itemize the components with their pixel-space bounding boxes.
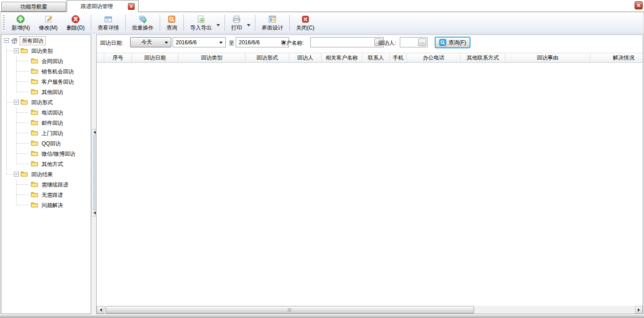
collapse-toggle-icon[interactable] [14, 48, 19, 53]
tree-item-phone-visit[interactable]: 电话回访 [1, 107, 91, 118]
window-edge-bottom [0, 314, 644, 318]
folder-icon [31, 191, 38, 199]
tree-item-other-visit[interactable]: 其他回访 [1, 87, 91, 97]
column-header-visit-type[interactable]: 回访类型 [178, 53, 246, 62]
folder-icon [31, 181, 38, 188]
search-button[interactable]: 查询(F) [435, 37, 470, 48]
arrow-right-icon [638, 308, 642, 312]
tree-stub [17, 133, 29, 133]
grid-header: 序号 回访日期 回访类型 回访形式 回访人 相关客户名称 联系人 手机 办公电话… [97, 53, 643, 63]
scrollbar-track[interactable] [104, 306, 635, 314]
visitor-lookup-button[interactable]: … [418, 38, 426, 46]
ui-design-button[interactable]: 界面设计 [257, 13, 288, 32]
tree-item-sales-opportunity-visit[interactable]: 销售机会回访 [1, 66, 91, 76]
column-header-mobile[interactable]: 手机 [390, 53, 407, 62]
collapse-toggle-icon[interactable] [14, 100, 19, 105]
column-header-customer-name[interactable]: 相关客户名称 [322, 53, 362, 62]
folder-icon [31, 130, 38, 137]
add-button-label: 新增(N) [12, 25, 30, 31]
import-export-button[interactable]: 导入导出 [186, 13, 216, 32]
tree-group-label: 回访类别 [30, 47, 55, 55]
tree-group-visit-result[interactable]: 回访结果 [1, 169, 91, 179]
toolbar-grip[interactable] [3, 15, 4, 30]
tree-item-contract-visit[interactable]: 合同回访 [1, 56, 91, 66]
date-preset-select[interactable]: 今天 [130, 37, 171, 47]
delete-button[interactable]: 删除(D) [62, 13, 89, 32]
date-from-select[interactable]: 2016/6/6 [173, 37, 226, 47]
tree-stub [17, 71, 29, 72]
tree-group-visit-category[interactable]: 回访类别 [1, 46, 91, 56]
edit-button[interactable]: 修改(M) [34, 13, 62, 32]
tree-item-customer-service-visit[interactable]: 客户服务回访 [1, 76, 91, 87]
scroll-left-button[interactable] [97, 306, 104, 314]
tab-function-nav[interactable]: 功能导航窗 [1, 2, 66, 12]
tree-stub [7, 102, 14, 102]
column-header-visit-form[interactable]: 回访形式 [246, 53, 289, 62]
splitter-dots [93, 135, 94, 210]
close-button-label: 关闭(C) [296, 25, 314, 31]
print-button[interactable]: 打印 [227, 13, 246, 32]
batch-operation-button[interactable]: 批量操作 [127, 13, 158, 32]
add-button[interactable]: 新增(N) [7, 13, 34, 32]
tree-stub [17, 81, 29, 82]
tree-item-email-visit[interactable]: 邮件回访 [1, 118, 91, 128]
import-export-dropdown[interactable] [216, 13, 223, 32]
to-label: 至 [229, 40, 234, 46]
folder-icon [31, 119, 38, 127]
horizontal-scrollbar[interactable] [97, 306, 643, 314]
collapse-toggle-icon[interactable] [4, 38, 9, 43]
search-icon [439, 39, 446, 46]
tree-group-visit-form[interactable]: 回访形式 [1, 97, 91, 107]
tree-group-label: 回访形式 [30, 98, 55, 106]
print-dropdown[interactable] [246, 13, 253, 32]
customer-name-field-wrap: … [310, 37, 384, 47]
tree-item-label: 其他回访 [40, 88, 65, 96]
tree-item-wechat-weibo-visit[interactable]: 微信/微博回访 [1, 148, 91, 159]
view-details-button[interactable]: 查看详情 [93, 13, 123, 32]
tab-followup-visit-management[interactable]: 跟进回访管理 [67, 0, 139, 12]
column-header-visit-reason[interactable]: 回访事由 [505, 53, 590, 62]
tab-function-nav-label: 功能导航窗 [21, 3, 47, 11]
splitter-collapse-bar[interactable] [92, 129, 96, 216]
window-edge-left [0, 12, 1, 314]
column-header-office-phone[interactable]: 办公电话 [407, 53, 461, 62]
column-header-visit-date[interactable]: 回访日期 [132, 53, 178, 62]
tree-item-qq-visit[interactable]: QQ回访 [1, 138, 91, 148]
column-header-solve-status[interactable]: 解决情况 [590, 53, 643, 62]
column-header-other-contact[interactable]: 其他联系方式 [461, 53, 505, 62]
column-header-contact[interactable]: 联系人 [362, 53, 390, 62]
folder-icon [31, 140, 38, 147]
ui-design-button-label: 界面设计 [262, 25, 283, 31]
tree-root-all-visits[interactable]: 所有回访 [1, 35, 91, 46]
delete-button-label: 删除(D) [67, 25, 85, 31]
panel-splitter[interactable] [91, 34, 96, 314]
tree-item-no-followup[interactable]: 无需跟进 [1, 190, 91, 200]
window-close-icon[interactable] [635, 1, 643, 9]
column-header-visitor[interactable]: 回访人 [289, 53, 322, 62]
close-button[interactable]: 关闭(C) [292, 13, 319, 32]
customer-name-label: 客户名称: [281, 40, 304, 46]
chevron-down-icon [216, 24, 220, 28]
visitor-input[interactable] [401, 38, 417, 46]
tree-group-label: 回访结果 [30, 170, 55, 178]
toolbar-separator [183, 15, 184, 31]
folder-icon [31, 202, 38, 209]
search-button-label: 查询(F) [449, 39, 466, 47]
tree-stub [17, 143, 29, 144]
toolbar-separator [289, 15, 290, 31]
tab-close-icon[interactable] [128, 3, 135, 10]
scroll-right-button[interactable] [635, 306, 643, 314]
customer-name-input[interactable] [312, 38, 373, 46]
tree-item-problem-solved[interactable]: 问题解决 [1, 200, 91, 210]
tree-root-label: 所有回访 [20, 36, 46, 45]
column-header-seq[interactable]: 序号 [104, 53, 132, 62]
tree-stub [17, 92, 29, 92]
toolbar-separator [125, 15, 126, 31]
tree-item-other-method[interactable]: 其他方式 [1, 159, 91, 169]
collapse-toggle-icon[interactable] [14, 172, 19, 177]
tree-item-door-visit[interactable]: 上门回访 [1, 128, 91, 138]
query-button[interactable]: 查询 [162, 13, 182, 32]
tree-item-need-followup[interactable]: 需继续跟进 [1, 179, 91, 190]
grid-body-empty[interactable] [97, 63, 643, 306]
scrollbar-thumb[interactable] [106, 306, 474, 314]
